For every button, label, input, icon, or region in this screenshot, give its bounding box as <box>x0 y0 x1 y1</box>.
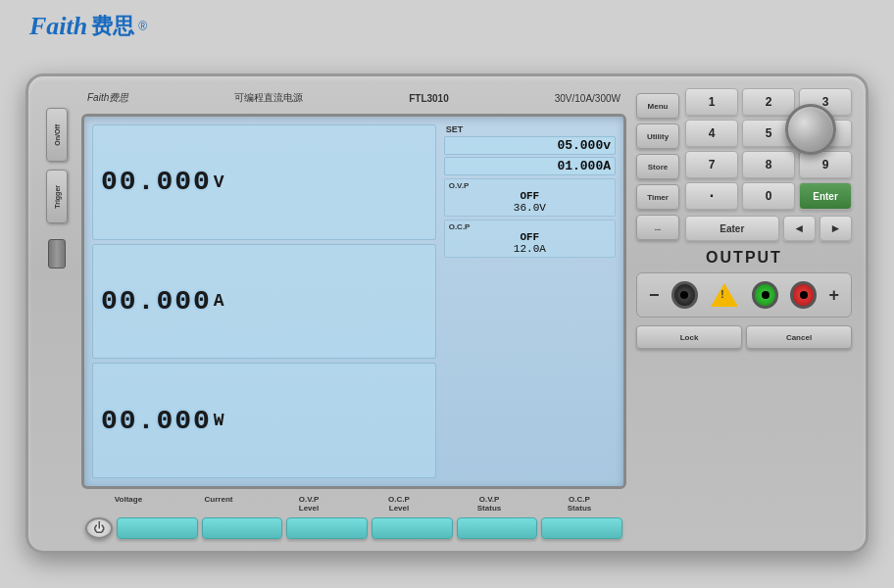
func-btn-2[interactable] <box>202 517 283 539</box>
trigger-button[interactable]: Trigger <box>46 170 68 223</box>
func-label-voltage: Voltage <box>85 495 172 514</box>
store-label: Store <box>648 163 668 172</box>
output-section: OUTPUT − ! <box>636 249 852 318</box>
display-model: FTL3010 <box>409 93 449 104</box>
rotary-knob[interactable] <box>785 104 836 155</box>
utility-label: Utility <box>647 132 669 141</box>
func-label-ovp-level: O.V.P Level <box>266 495 352 514</box>
menu-label: Menu <box>648 102 669 111</box>
ocp-row: O.C.P OFF 12.0A <box>444 220 616 258</box>
ocp-status: OFF <box>449 231 611 243</box>
power-button[interactable]: ⏻ <box>85 517 113 539</box>
utility-button[interactable]: Utility <box>636 123 679 149</box>
set-label: SET <box>444 124 616 134</box>
func-label-ocp-level: O.C.P Level <box>356 495 442 514</box>
func-label-current: Current <box>175 495 262 514</box>
timer-button[interactable]: Timer <box>636 184 679 210</box>
function-buttons-row: Voltage Current O.V.P Level O.C.P Level … <box>81 495 626 539</box>
terminal-black-hole <box>680 291 688 299</box>
num-btn-1[interactable]: 1 <box>685 88 738 116</box>
func-label-ovp-status: O.V.P Status <box>446 495 532 514</box>
num-btn-9[interactable]: 9 <box>799 151 852 178</box>
terminal-pos-symbol: + <box>828 285 839 306</box>
warning-sign: ! <box>710 281 740 309</box>
left-connector <box>48 239 66 269</box>
voltage-digits: 00.000 <box>101 167 212 197</box>
terminal-green[interactable] <box>752 281 778 309</box>
cancel-button[interactable]: Cancel <box>746 325 852 349</box>
display-spec: 30V/10A/300W <box>555 93 621 104</box>
on-off-button[interactable]: On/Off <box>46 108 68 162</box>
voltage-unit: V <box>214 172 224 192</box>
ellipsis-button[interactable]: ... <box>636 215 679 240</box>
power-icon: ⏻ <box>93 521 105 535</box>
page-wrapper: Faith 费思 ® On/Off Trigger Faith费思 可编程直流电… <box>0 0 894 588</box>
logo-chinese: 费思 <box>91 12 134 41</box>
ocp-label: O.C.P <box>449 222 611 231</box>
menu-button[interactable]: Menu <box>636 93 679 119</box>
lock-cancel-row: Lock Cancel <box>636 325 852 349</box>
left-side-buttons: On/Off Trigger <box>42 88 72 539</box>
on-off-label: On/Off <box>54 124 61 146</box>
set-section: SET 05.000v 01.000A <box>444 124 616 175</box>
power-reading-row: 00.000 W <box>92 363 436 478</box>
num-btn-dot[interactable]: · <box>685 182 738 210</box>
func-label-ocp-status: O.C.P Status <box>536 495 622 514</box>
device-body: On/Off Trigger Faith费思 可编程直流电源 FTL3010 3… <box>25 74 869 554</box>
arrow-row: Eater ◄ ► <box>685 216 852 241</box>
store-button[interactable]: Store <box>636 154 679 179</box>
power-digits: 00.000 <box>101 406 212 436</box>
side-function-btns: Menu Utility Store Timer ... <box>636 88 679 241</box>
power-unit: W <box>214 411 224 430</box>
display-type: 可编程直流电源 <box>234 91 303 105</box>
lock-button[interactable]: Lock <box>636 325 742 349</box>
function-labels-row: Voltage Current O.V.P Level O.C.P Level … <box>81 495 626 514</box>
lcd-screen: 00.000 V 00.000 A 00.000 W <box>81 114 626 489</box>
output-terminals: − ! + <box>636 272 852 318</box>
top-right-section: Menu Utility Store Timer ... <box>636 88 852 241</box>
current-digits: 00.000 <box>101 286 212 317</box>
num-btn-0[interactable]: 0 <box>742 182 795 210</box>
timer-label: Timer <box>647 193 669 202</box>
func-btn-6[interactable] <box>541 517 622 539</box>
logo-registered: ® <box>138 20 147 33</box>
terminal-red[interactable] <box>790 281 817 309</box>
lcd-left: 00.000 V 00.000 A 00.000 W <box>92 124 436 478</box>
terminal-black[interactable] <box>671 281 698 309</box>
display-brand: Faith费思 <box>87 91 128 105</box>
current-reading-row: 00.000 A <box>92 244 436 360</box>
current-unit: A <box>214 291 224 311</box>
logo-area: Faith 费思 ® <box>29 12 147 41</box>
num-btn-4[interactable]: 4 <box>685 120 738 147</box>
output-label: OUTPUT <box>636 249 852 267</box>
terminal-red-hole <box>800 291 808 299</box>
set-voltage-value: 05.000v <box>444 136 616 155</box>
logo-faith: Faith <box>29 12 87 41</box>
arrow-left-button[interactable]: ◄ <box>783 216 816 241</box>
ovp-value: 36.0V <box>449 202 611 214</box>
func-btn-4[interactable] <box>372 517 453 539</box>
eater-label: Eater <box>685 216 779 241</box>
func-btn-5[interactable] <box>457 517 538 539</box>
num-btn-7[interactable]: 7 <box>685 151 738 178</box>
func-btn-1[interactable] <box>117 517 198 539</box>
display-header: Faith费思 可编程直流电源 FTL3010 30V/10A/300W <box>81 88 626 108</box>
terminal-neg-symbol: − <box>649 285 660 306</box>
arrow-right-button[interactable]: ► <box>820 216 852 241</box>
ocp-value: 12.0A <box>449 243 611 255</box>
set-current-value: 01.000A <box>444 157 616 175</box>
num-btn-8[interactable]: 8 <box>742 151 795 178</box>
trigger-label: Trigger <box>54 185 61 209</box>
ellipsis-label: ... <box>655 223 662 232</box>
cancel-label: Cancel <box>786 333 812 342</box>
ovp-label: O.V.P <box>449 181 611 190</box>
enter-button[interactable]: Enter <box>799 182 852 210</box>
num-btn-2[interactable]: 2 <box>742 88 795 116</box>
main-display-section: Faith费思 可编程直流电源 FTL3010 30V/10A/300W 00.… <box>81 88 626 539</box>
func-btns-row: ⏻ <box>81 517 626 539</box>
terminal-green-hole <box>762 291 770 299</box>
ovp-status: OFF <box>449 190 611 202</box>
lock-label: Lock <box>680 333 699 342</box>
ovp-row: O.V.P OFF 36.0V <box>444 178 616 217</box>
func-btn-3[interactable] <box>286 517 368 539</box>
